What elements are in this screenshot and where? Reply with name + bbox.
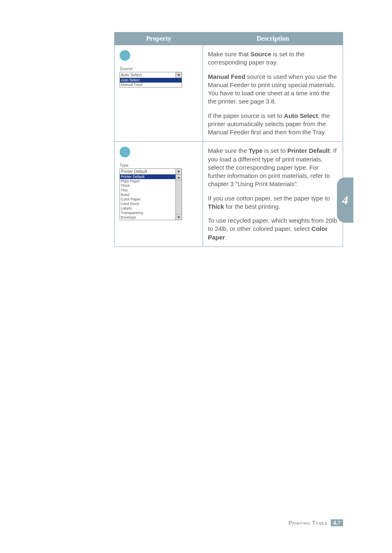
scroll-down-icon[interactable]	[176, 214, 182, 220]
list-item[interactable]: Thin	[120, 188, 176, 193]
source-combobox-value: Auto Select	[121, 73, 142, 77]
header-description: Description	[203, 32, 343, 45]
list-item[interactable]: Manual Feed	[120, 83, 182, 87]
list-item[interactable]: Bond	[120, 193, 176, 197]
list-item[interactable]: Transparency	[120, 211, 176, 215]
list-item[interactable]: Color Paper	[120, 197, 176, 202]
list-item[interactable]: Plain Paper	[120, 179, 176, 184]
desc-paragraph: To use recycled paper, which weights fro…	[208, 217, 338, 242]
chapter-tab: 4	[337, 177, 353, 223]
scroll-up-icon[interactable]	[176, 175, 182, 180]
list-item[interactable]: Printer Default	[120, 175, 176, 179]
chapter-number: 4	[342, 193, 348, 207]
list-item[interactable]: Labels	[120, 206, 176, 211]
list-item[interactable]: Auto Select	[120, 78, 182, 83]
type-listbox[interactable]: Printer Default Plain Paper Thick Thin B…	[120, 174, 182, 220]
type-combobox-value: Printer Default	[121, 169, 147, 174]
list-item[interactable]: Envelope	[120, 215, 176, 220]
source-combobox[interactable]: Auto Select	[120, 72, 182, 78]
type-combobox[interactable]: Printer Default	[120, 168, 182, 175]
listbox-scrollbar[interactable]	[175, 175, 182, 220]
desc-paragraph: If the paper source is set to Auto Selec…	[208, 112, 338, 137]
bullet-icon	[120, 50, 130, 61]
properties-table: Property Description Source Auto Select …	[114, 32, 343, 247]
dropdown-arrow-icon[interactable]	[175, 72, 182, 78]
page-footer: Printing Tasks 4.7	[114, 519, 343, 526]
desc-paragraph: Make sure the Type is set to Printer Def…	[208, 147, 338, 188]
type-field-label: Type	[120, 163, 198, 168]
desc-paragraph: Make sure that Source is set to the corr…	[208, 50, 338, 67]
list-item[interactable]: Card Stock	[120, 202, 176, 206]
footer-page-badge: 4.7	[331, 519, 343, 526]
desc-paragraph: If you use cotton paper, set the paper t…	[208, 194, 338, 211]
list-item[interactable]: Thick	[120, 184, 176, 188]
bullet-icon	[120, 147, 130, 157]
row-source: Source Auto Select Auto Select Manual Fe…	[115, 45, 343, 142]
row-type: Type Printer Default Printer Default Pla…	[115, 142, 343, 247]
footer-section: Printing Tasks	[288, 520, 327, 526]
header-property: Property	[115, 32, 203, 45]
source-listbox[interactable]: Auto Select Manual Feed	[120, 78, 182, 88]
desc-paragraph: Manual Feed source is used when you use …	[208, 73, 338, 106]
source-field-label: Source	[120, 67, 198, 71]
dropdown-arrow-icon[interactable]	[175, 169, 182, 174]
